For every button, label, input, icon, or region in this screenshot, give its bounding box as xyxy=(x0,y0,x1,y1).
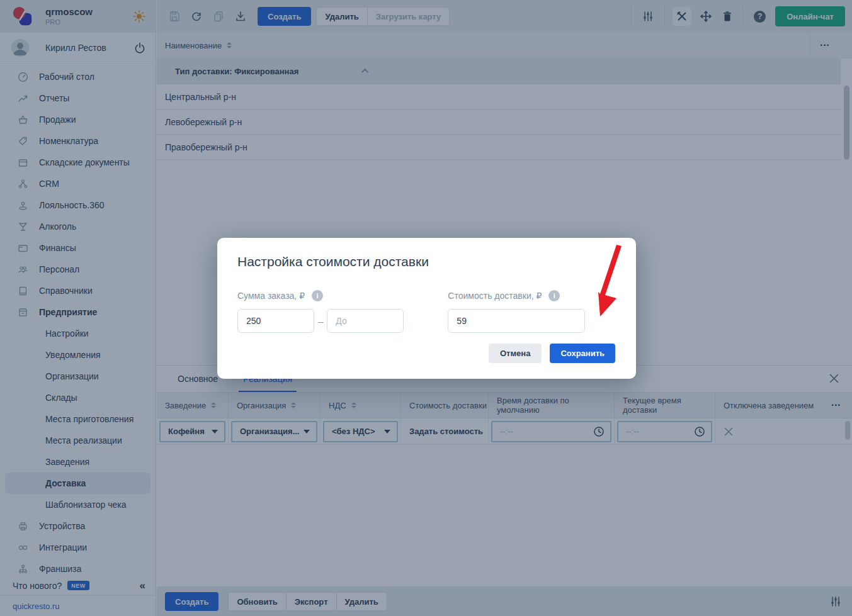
info-icon[interactable]: i xyxy=(312,290,323,301)
delivery-cost-input[interactable] xyxy=(448,309,585,333)
order-sum-group: Сумма заказа, ₽ i – xyxy=(237,290,404,333)
app-window: qrmoscow PRO Кирил xyxy=(0,0,852,616)
info-icon[interactable]: i xyxy=(548,290,560,301)
range-dash: – xyxy=(318,316,323,327)
save-button[interactable]: Сохранить xyxy=(550,344,615,363)
add-range-plus-button[interactable]: + xyxy=(598,296,608,333)
order-sum-label: Сумма заказа, ₽ xyxy=(237,291,305,301)
cancel-button[interactable]: Отмена xyxy=(489,344,542,363)
modal-title: Настройка стоимости доставки xyxy=(237,254,615,269)
delivery-cost-modal: Настройка стоимости доставки Сумма заказ… xyxy=(217,238,636,379)
order-sum-to-input[interactable] xyxy=(327,309,404,333)
delivery-cost-label: Стоимость доставки, ₽ xyxy=(448,291,542,301)
delivery-cost-group: Стоимость доставки, ₽ i xyxy=(448,290,585,333)
order-sum-from-input[interactable] xyxy=(237,309,314,333)
